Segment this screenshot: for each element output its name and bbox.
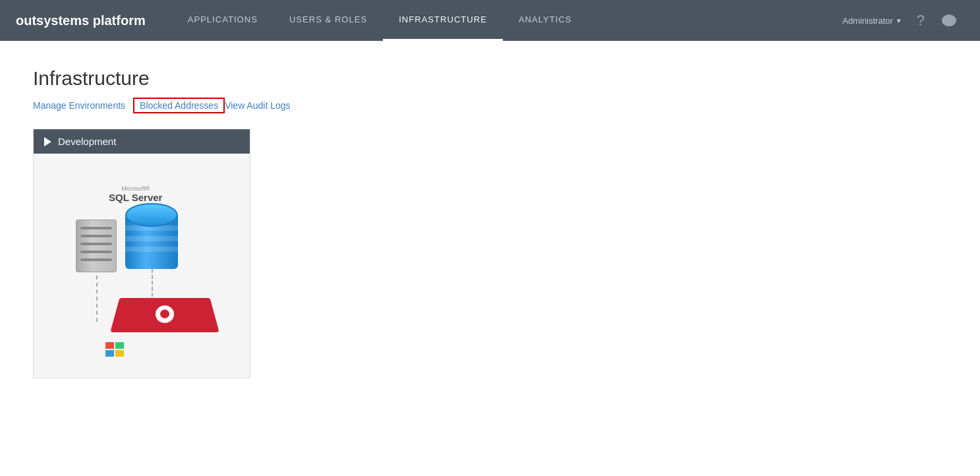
nav-analytics[interactable]: ANALYTICS: [503, 0, 588, 41]
navbar: outsystems platform APPLICATIONS USERS &…: [0, 0, 980, 41]
microsoft-label: Microsoft®: [109, 185, 162, 192]
environment-card-header[interactable]: Development: [34, 129, 250, 154]
database-cylinder: [125, 203, 178, 269]
navbar-right: Administrator ▼ ?: [837, 9, 964, 32]
os-logo-inner: [160, 309, 169, 318]
cylinder-stripe-2: [125, 236, 178, 241]
windows-quadrant-3: [105, 350, 114, 357]
cylinder-top: [125, 203, 178, 227]
dot-line-2: [152, 269, 153, 297]
server-box: [76, 220, 117, 272]
windows-logo: [105, 342, 124, 357]
os-logo-circle: [155, 305, 174, 322]
main-content: Infrastructure Manage Environments Block…: [0, 41, 980, 378]
cylinder-stripe-3: [125, 247, 178, 252]
windows-quadrant-1: [105, 342, 114, 349]
sql-server-main-label: SQL Server: [109, 192, 162, 203]
question-mark-icon: ?: [917, 12, 925, 29]
sub-navigation: Manage Environments Blocked Addresses Vi…: [33, 98, 947, 113]
environment-card: Development Microsoft® SQL Server: [33, 129, 250, 378]
subnav-view-audit-logs[interactable]: View Audit Logs: [225, 98, 298, 113]
environment-name: Development: [58, 136, 116, 147]
windows-quadrant-4: [115, 350, 124, 357]
admin-menu[interactable]: Administrator ▼: [837, 13, 907, 28]
nav-applications[interactable]: APPLICATIONS: [172, 0, 274, 41]
help-button[interactable]: ?: [910, 9, 931, 32]
chevron-down-icon: ▼: [896, 17, 902, 24]
nav-users-roles[interactable]: USERS & ROLES: [274, 0, 383, 41]
brand-name: outsystems platform: [16, 13, 146, 28]
sql-server-illustration: Microsoft® SQL Server: [56, 167, 227, 365]
chat-icon: [940, 13, 958, 28]
environment-card-body: Microsoft® SQL Server: [34, 154, 250, 378]
windows-quadrant-2: [115, 342, 124, 349]
outsystems-platform-graphic: [110, 298, 219, 332]
sql-server-label: Microsoft® SQL Server: [109, 185, 162, 203]
nav-infrastructure[interactable]: INFRASTRUCTURE: [383, 0, 503, 41]
admin-label: Administrator: [842, 16, 893, 26]
page-title: Infrastructure: [33, 67, 947, 90]
navbar-links: APPLICATIONS USERS & ROLES INFRASTRUCTUR…: [172, 0, 838, 41]
chat-button[interactable]: [934, 10, 964, 31]
svg-point-0: [942, 15, 956, 26]
subnav-manage-environments[interactable]: Manage Environments: [33, 98, 133, 113]
dot-line-1: [96, 276, 98, 322]
subnav-blocked-addresses[interactable]: Blocked Addresses: [133, 98, 225, 113]
play-icon: [44, 137, 51, 146]
